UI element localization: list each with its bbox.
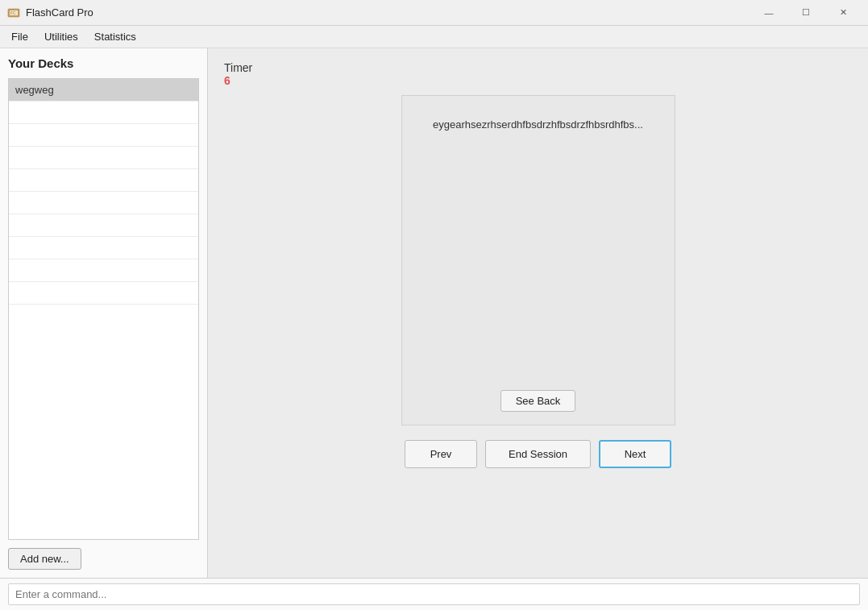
flashcard: eygearhsezrhserdhfbsdrzhfbsdrzfhbsrdhfbs… bbox=[401, 95, 675, 425]
deck-list[interactable]: wegweg bbox=[9, 79, 198, 539]
card-content: eygearhsezrhserdhfbsdrzhfbsdrzfhbsrdhfbs… bbox=[415, 112, 662, 390]
list-item[interactable] bbox=[9, 147, 198, 169]
list-item[interactable]: wegweg bbox=[9, 79, 198, 102]
list-item[interactable] bbox=[9, 169, 198, 192]
close-button[interactable]: ✕ bbox=[824, 0, 862, 26]
sidebar: Your Decks wegweg Add new... bbox=[0, 48, 208, 578]
deck-list-wrapper: wegweg bbox=[8, 78, 199, 540]
nav-buttons: Prev End Session Next bbox=[405, 440, 671, 468]
command-bar bbox=[0, 578, 868, 610]
menu-bar: File Utilities Statistics bbox=[0, 26, 868, 48]
menu-file[interactable]: File bbox=[3, 27, 36, 46]
content-area: Timer 6 eygearhsezrhserdhfbsdrzhfbsdrzfh… bbox=[208, 48, 868, 578]
window-title: FlashCard Pro bbox=[26, 6, 750, 19]
timer-value: 6 bbox=[224, 74, 230, 87]
main-container: Your Decks wegweg Add new... Timer 6 bbox=[0, 48, 868, 578]
card-text: eygearhsezrhserdhfbsdrzhfbsdrzfhbsrdhfbs… bbox=[433, 118, 643, 131]
list-item[interactable] bbox=[9, 214, 198, 237]
list-item[interactable] bbox=[9, 259, 198, 282]
title-bar: FC FlashCard Pro — ☐ ✕ bbox=[0, 0, 868, 26]
menu-utilities[interactable]: Utilities bbox=[36, 27, 86, 46]
end-session-button[interactable]: End Session bbox=[485, 440, 591, 468]
see-back-button[interactable]: See Back bbox=[500, 390, 576, 412]
list-item[interactable] bbox=[9, 237, 198, 259]
timer-section: Timer 6 bbox=[224, 61, 252, 87]
timer-label: Timer bbox=[224, 61, 252, 74]
list-item[interactable] bbox=[9, 192, 198, 214]
maximize-button[interactable]: ☐ bbox=[787, 0, 824, 26]
prev-button[interactable]: Prev bbox=[405, 440, 477, 468]
list-item[interactable] bbox=[9, 124, 198, 147]
sidebar-title: Your Decks bbox=[8, 56, 199, 70]
list-item[interactable] bbox=[9, 102, 198, 124]
menu-statistics[interactable]: Statistics bbox=[86, 27, 144, 46]
add-new-button[interactable]: Add new... bbox=[8, 548, 81, 570]
flashcard-area: eygearhsezrhserdhfbsdrzhfbsdrzfhbsrdhfbs… bbox=[224, 95, 852, 468]
minimize-button[interactable]: — bbox=[750, 0, 787, 26]
app-icon: FC bbox=[6, 6, 21, 20]
command-input[interactable] bbox=[8, 583, 860, 605]
list-item[interactable] bbox=[9, 282, 198, 305]
window-controls: — ☐ ✕ bbox=[750, 0, 862, 26]
svg-text:FC: FC bbox=[10, 10, 16, 15]
next-button[interactable]: Next bbox=[599, 440, 671, 468]
